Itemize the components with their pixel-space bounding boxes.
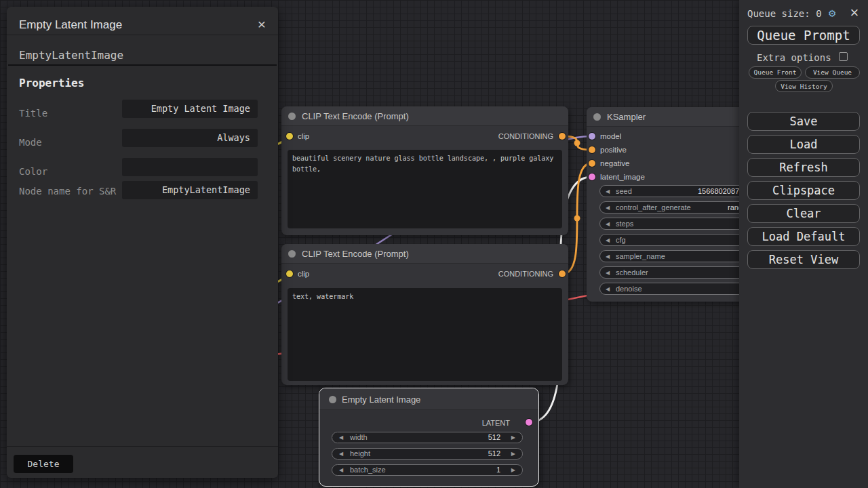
widget-label: seed [616, 187, 632, 195]
node-header[interactable]: CLIP Text Encode (Prompt) [281, 106, 568, 126]
widget-value: 1566802087 [698, 187, 739, 195]
output-port-latent[interactable] [526, 419, 532, 426]
output-label: CONDITIONING [498, 132, 553, 140]
reset-view-button[interactable]: Reset View [747, 250, 860, 269]
increment-arrow-icon[interactable]: ▶ [511, 434, 515, 441]
widget-seed[interactable]: ◀ seed 1566802087 ▶ [599, 185, 750, 197]
node-empty-latent-image[interactable]: Empty Latent Image LATENT ◀ width 512 ▶ … [319, 388, 539, 487]
decrement-arrow-icon[interactable]: ◀ [339, 434, 343, 441]
widget-value: 512 [488, 449, 500, 458]
view-queue-button[interactable]: View Queue [805, 66, 860, 79]
widget-steps[interactable]: ◀ steps [599, 218, 750, 230]
node-header[interactable]: CLIP Text Encode (Prompt) [281, 244, 568, 264]
widget-width[interactable]: ◀ width 512 ▶ [332, 432, 523, 443]
decrement-arrow-icon[interactable]: ◀ [339, 451, 343, 458]
input-port-latent-image[interactable] [589, 174, 595, 180]
field-label-node-name: Node name for S&R [19, 184, 121, 198]
divider [7, 446, 278, 447]
node-collapse-dot[interactable] [593, 113, 601, 121]
node-title: Empty Latent Image [342, 394, 420, 405]
node-title: CLIP Text Encode (Prompt) [302, 111, 409, 121]
mode-field[interactable]: Always [122, 129, 258, 147]
node-type-name: EmptyLatentImage [19, 49, 123, 62]
widget-label: height [350, 449, 370, 458]
color-field[interactable] [122, 158, 258, 176]
widget-label: sampler_name [616, 252, 665, 260]
output-port-conditioning[interactable] [559, 270, 566, 277]
widget-label: denoise [616, 285, 642, 293]
menu-panel: Queue size: 0 ⚙ × Queue Prompt Extra opt… [739, 0, 868, 488]
decrement-arrow-icon[interactable]: ◀ [606, 286, 610, 293]
increment-arrow-icon[interactable]: ▶ [511, 451, 515, 458]
node-collapse-dot[interactable] [288, 250, 296, 258]
field-label-mode: Mode [19, 136, 121, 149]
output-port-conditioning[interactable] [559, 133, 566, 140]
save-button[interactable]: Save [747, 112, 860, 131]
node-clip-text-encode-2[interactable]: CLIP Text Encode (Prompt) clip CONDITION… [281, 244, 568, 385]
dialog-title: Empty Latent Image [19, 18, 122, 32]
node-collapse-dot[interactable] [288, 113, 296, 120]
widget-control-after-generate[interactable]: ◀ control_after_generate randomize ▶ [599, 201, 750, 214]
input-port-clip[interactable] [286, 270, 293, 277]
queue-prompt-button[interactable]: Queue Prompt [747, 26, 860, 45]
node-name-field[interactable]: EmptyLatentImage [122, 181, 258, 199]
input-label: clip [298, 270, 309, 278]
decrement-arrow-icon[interactable]: ◀ [606, 188, 610, 195]
prompt-text-area[interactable]: text, watermark [288, 288, 562, 381]
field-label-color: Color [19, 165, 121, 178]
field-label-title: Title [19, 106, 121, 120]
widget-height[interactable]: ◀ height 512 ▶ [332, 448, 523, 460]
node-header[interactable]: KSampler [587, 107, 756, 127]
input-label: positive [600, 146, 627, 154]
widget-cfg[interactable]: ◀ cfg [599, 234, 750, 246]
widget-batch-size[interactable]: ◀ batch_size 1 ▶ [332, 464, 523, 476]
queue-size-label: Queue size: 0 [747, 8, 822, 19]
widget-sampler-name[interactable]: ◀ sampler_name [599, 250, 750, 262]
input-label: latent_image [600, 173, 645, 181]
input-port-clip[interactable] [286, 133, 293, 140]
view-history-button[interactable]: View History [775, 80, 833, 92]
widget-scheduler[interactable]: ◀ scheduler [599, 266, 750, 279]
input-port-model[interactable] [589, 133, 595, 140]
input-port-negative[interactable] [589, 160, 595, 167]
node-collapse-dot[interactable] [329, 396, 336, 403]
widget-label: scheduler [616, 268, 648, 277]
node-header[interactable]: Empty Latent Image [319, 388, 538, 410]
clipspace-button[interactable]: Clipspace [747, 181, 860, 200]
input-label: model [600, 132, 621, 140]
comfyui-screen: CLIP Text Encode (Prompt) clip CONDITION… [0, 0, 868, 488]
decrement-arrow-icon[interactable]: ◀ [606, 253, 610, 260]
output-label: LATENT [482, 419, 510, 427]
decrement-arrow-icon[interactable]: ◀ [606, 270, 610, 277]
widget-value: 512 [488, 433, 500, 441]
decrement-arrow-icon[interactable]: ◀ [606, 205, 610, 211]
widget-value: 1 [496, 466, 500, 474]
widget-label: batch_size [350, 466, 386, 474]
prompt-text-area[interactable]: beautiful scenery nature glass bottle la… [288, 150, 562, 228]
settings-gear-icon[interactable]: ⚙ [829, 6, 835, 20]
widget-label: control_after_generate [616, 203, 691, 211]
input-label: clip [298, 132, 309, 140]
load-default-button[interactable]: Load Default [747, 227, 860, 246]
widget-denoise[interactable]: ◀ denoise [599, 283, 750, 295]
close-icon[interactable]: × [848, 4, 861, 22]
decrement-arrow-icon[interactable]: ◀ [606, 237, 610, 244]
node-ksampler[interactable]: KSampler model positive negative latent_… [587, 107, 756, 302]
extra-options-label: Extra options [757, 52, 831, 63]
clear-button[interactable]: Clear [747, 204, 860, 223]
input-port-positive[interactable] [589, 146, 595, 153]
decrement-arrow-icon[interactable]: ◀ [339, 467, 343, 474]
refresh-button[interactable]: Refresh [747, 158, 860, 177]
wire-midpoint-dot [574, 216, 580, 222]
load-button[interactable]: Load [747, 135, 860, 154]
increment-arrow-icon[interactable]: ▶ [511, 467, 515, 474]
extra-options-checkbox[interactable] [839, 52, 848, 61]
close-icon[interactable]: × [254, 16, 270, 33]
properties-heading: Properties [19, 77, 84, 89]
node-title: CLIP Text Encode (Prompt) [302, 249, 409, 259]
queue-front-button[interactable]: Queue Front [749, 66, 802, 79]
decrement-arrow-icon[interactable]: ◀ [606, 221, 610, 228]
title-field[interactable]: Empty Latent Image [122, 100, 258, 118]
node-clip-text-encode-1[interactable]: CLIP Text Encode (Prompt) clip CONDITION… [281, 106, 568, 235]
delete-button[interactable]: Delete [14, 455, 73, 473]
